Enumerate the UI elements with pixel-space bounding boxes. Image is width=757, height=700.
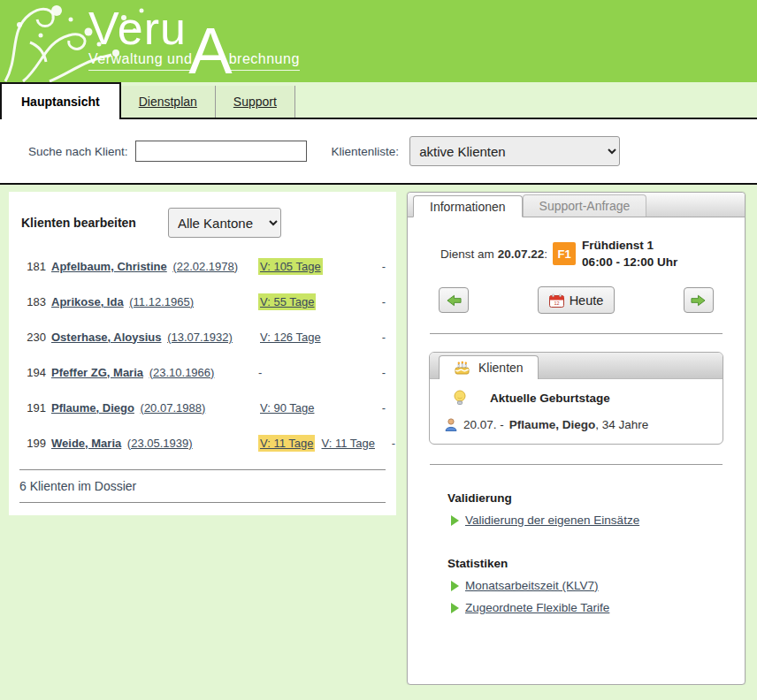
vacation-link[interactable]: V: 55 Tage xyxy=(258,293,316,310)
today-button-label: Heute xyxy=(570,293,604,308)
client-row-dash: - xyxy=(386,437,395,450)
service-prefix: Dienst am xyxy=(440,247,494,261)
client-list-select[interactable]: aktive Klienten xyxy=(409,136,620,166)
tab-label: Hauptansicht xyxy=(21,95,100,109)
link-section: Validierung Validierung der eigenen Eins… xyxy=(447,491,745,527)
link-row: Monatsarbeitszeit (KLV7) xyxy=(451,579,745,592)
canton-filter-select[interactable]: Alle Kantone xyxy=(168,208,281,238)
vacation-link[interactable]: V: 11 Tage xyxy=(319,435,376,452)
clients-panel: Klienten bearbeiten Alle Kantone 181 Apf… xyxy=(9,192,396,515)
client-name-cell: Pflaume, Diego (20.07.1988) xyxy=(51,401,253,415)
klienten-box-header: Klienten xyxy=(430,353,723,379)
client-vacation-cell: V: 105 Tage xyxy=(258,260,371,273)
client-vacation-cell: V: 55 Tage xyxy=(258,295,371,308)
date-nav-row: 12 Heute xyxy=(439,286,714,314)
logo-tagline-left: Verwaltung und xyxy=(88,51,192,71)
vacation-link[interactable]: V: 11 Tage xyxy=(258,435,315,452)
previous-day-button[interactable] xyxy=(439,287,469,313)
client-row-dash: - xyxy=(377,401,386,415)
service-date: 20.07.22 xyxy=(498,247,545,261)
birthday-entry: 20.07. - Pflaume, Diego, 34 Jahre xyxy=(440,418,712,431)
client-row: 191 Pflaume, Diego (20.07.1988) V: 90 Ta… xyxy=(19,390,386,425)
client-name-link[interactable]: Pfeffer ZG, Maria xyxy=(51,366,143,379)
client-name-cell: Osterhase, Aloysius (13.07.1932) xyxy=(51,331,253,344)
info-tab-label: Informationen xyxy=(430,200,506,214)
birthdays-heading: Aktuelle Geburtstage xyxy=(490,392,610,405)
service-row: Dienst am 20.07.22 : F1 Frühdienst 1 06:… xyxy=(440,237,745,270)
divider xyxy=(19,469,386,470)
tab-hauptansicht[interactable]: Hauptansicht xyxy=(0,82,121,119)
tab-support[interactable]: Support xyxy=(216,86,295,118)
link-validierung-der-eigenen-eins-tze[interactable]: Validierung der eigenen Einsätze xyxy=(465,514,639,527)
client-birthdate-link[interactable]: (23.05.1939) xyxy=(127,437,193,450)
light-bulb-icon xyxy=(453,390,467,406)
client-row: 230 Osterhase, Aloysius (13.07.1932) V: … xyxy=(19,319,386,354)
clients-panel-title: Klienten bearbeiten xyxy=(21,216,136,230)
client-birthdate-link[interactable]: (11.12.1965) xyxy=(129,295,194,308)
client-id: 199 xyxy=(19,437,46,450)
vacation-link[interactable]: V: 126 Tage xyxy=(258,329,323,346)
link-zugeordnete-flexible-tarife[interactable]: Zugeordnete Flexible Tarife xyxy=(465,601,609,614)
calendar-icon: 12 xyxy=(549,293,564,308)
green-triangle-icon xyxy=(451,581,459,591)
link-section: Statistiken Monatsarbeitszeit (KLV7) Zug… xyxy=(447,557,745,614)
info-tab-support-anfrage[interactable]: Support-Anfrage xyxy=(523,194,647,217)
klienten-box-tab-label: Klienten xyxy=(478,361,524,375)
section-links: Validierung der eigenen Einsätze xyxy=(447,514,745,527)
service-name: Frühdienst 1 xyxy=(582,239,654,252)
client-name-link[interactable]: Apfelbaum, Christine xyxy=(51,260,167,273)
green-triangle-icon xyxy=(451,603,459,613)
section-links: Monatsarbeitszeit (KLV7) Zugeordnete Fle… xyxy=(447,579,745,614)
app-banner: Veru Verwaltung und A brechnung xyxy=(0,0,757,82)
vacation-link[interactable]: V: 90 Tage xyxy=(258,399,316,416)
client-vacation-cell: V: 126 Tage xyxy=(258,331,371,344)
client-birthdate-link[interactable]: (23.10.1966) xyxy=(149,366,215,379)
klienten-box-tab[interactable]: Klienten xyxy=(439,355,539,379)
link-row: Validierung der eigenen Einsätze xyxy=(451,514,745,527)
client-id: 183 xyxy=(19,295,46,308)
service-info: Frühdienst 1 06:00 - 12:00 Uhr xyxy=(582,237,677,270)
client-birthdate-link[interactable]: (22.02.1978) xyxy=(172,260,238,273)
client-name-link[interactable]: Weide, Maria xyxy=(51,437,121,450)
client-name-link[interactable]: Pflaume, Diego xyxy=(51,401,134,415)
client-name-link[interactable]: Osterhase, Aloysius xyxy=(51,331,162,344)
birthday-date: 20.07. - xyxy=(463,418,504,431)
client-name-cell: Aprikose, Ida (11.12.1965) xyxy=(51,295,253,308)
logo-tagline-right: brechnung xyxy=(229,51,300,71)
main-area: Klienten bearbeiten Alle Kantone 181 Apf… xyxy=(0,185,757,685)
person-icon xyxy=(444,418,458,431)
next-day-button[interactable] xyxy=(684,287,714,313)
client-id: 194 xyxy=(19,366,46,379)
info-tab-label: Support-Anfrage xyxy=(539,199,631,213)
client-name-link[interactable]: Aprikose, Ida xyxy=(51,295,124,308)
main-tabs: Hauptansicht Dienstplan Support xyxy=(0,82,757,119)
client-list: 181 Apfelbaum, Christine (22.02.1978) V:… xyxy=(19,248,386,460)
client-birthdate-link[interactable]: (13.07.1932) xyxy=(167,331,233,344)
logo-text-a: A xyxy=(188,27,232,76)
client-birthdate-link[interactable]: (20.07.1988) xyxy=(141,401,206,415)
service-time: 06:00 - 12:00 Uhr xyxy=(582,255,677,269)
client-name-cell: Weide, Maria (23.05.1939) xyxy=(51,437,253,450)
section-title: Validierung xyxy=(447,491,745,505)
link-monatsarbeitszeit-klv7[interactable]: Monatsarbeitszeit (KLV7) xyxy=(465,579,599,592)
info-tab-informationen[interactable]: Informationen xyxy=(413,195,523,217)
tab-dienstplan[interactable]: Dienstplan xyxy=(121,86,216,118)
search-label: Suche nach Klient: xyxy=(28,145,128,158)
vacation-link[interactable]: V: 105 Tage xyxy=(258,258,323,275)
client-list-label: Klientenliste: xyxy=(332,145,400,158)
client-vacation-cell: - xyxy=(258,366,371,379)
client-name-cell: Apfelbaum, Christine (22.02.1978) xyxy=(51,260,253,273)
client-count-text: 6 Klienten im Dossier xyxy=(19,479,386,493)
info-panel: Informationen Support-Anfrage Dienst am … xyxy=(407,192,746,685)
client-name-cell: Pfeffer ZG, Maria (23.10.1966) xyxy=(51,366,253,379)
divider xyxy=(430,333,723,334)
klienten-box-body: Aktuelle Geburtstage 20.07. - Pflaume, D… xyxy=(430,379,723,444)
client-search-input[interactable] xyxy=(135,141,307,162)
birthday-name: Pflaume, Diego, 34 Jahre xyxy=(509,418,649,431)
client-row-dash: - xyxy=(377,260,386,273)
today-button[interactable]: 12 Heute xyxy=(538,286,616,314)
app-logo: Veru Verwaltung und A brechnung xyxy=(88,5,300,71)
link-row: Zugeordnete Flexible Tarife xyxy=(451,601,745,614)
divider xyxy=(430,464,723,465)
search-bar: Suche nach Klient: Klientenliste: aktive… xyxy=(0,119,757,185)
